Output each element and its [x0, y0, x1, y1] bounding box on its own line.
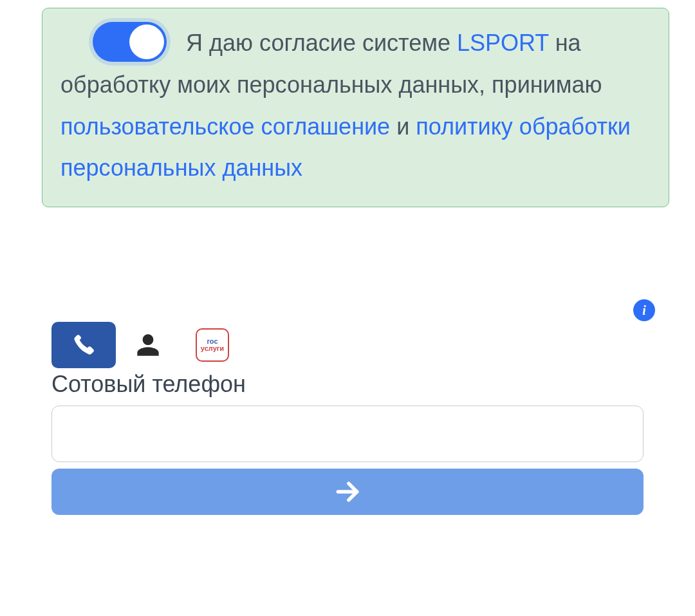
person-icon: [135, 332, 161, 358]
tab-person[interactable]: [116, 322, 180, 368]
tab-gosuslugi[interactable]: гос услуги: [180, 322, 245, 368]
gosuslugi-line2: услуги: [201, 345, 224, 352]
lsport-link[interactable]: LSPORT: [457, 30, 549, 56]
tab-phone[interactable]: [51, 322, 116, 368]
arrow-right-icon: [333, 478, 362, 506]
toggle-wrapper: [93, 22, 167, 62]
toggle-knob: [129, 24, 164, 59]
submit-button[interactable]: [51, 469, 644, 515]
info-glyph: i: [642, 303, 646, 318]
phone-icon: [71, 333, 96, 357]
consent-content: Я даю согласие системе LSPORT на обработ…: [60, 23, 651, 189]
login-tabs: гос услуги: [51, 322, 644, 368]
consent-text-prefix: Я даю согласие системе: [186, 30, 457, 56]
consent-panel: Я даю согласие системе LSPORT на обработ…: [42, 8, 669, 207]
user-agreement-link[interactable]: пользовательское соглашение: [60, 113, 390, 140]
phone-label: Сотовый телефон: [51, 371, 644, 398]
gosuslugi-icon: гос услуги: [196, 328, 229, 362]
consent-toggle[interactable]: [93, 22, 167, 62]
phone-input[interactable]: [51, 406, 644, 462]
consent-text-mid2: и: [390, 113, 416, 140]
login-section: i гос услуги Сотовый телефон: [51, 322, 644, 515]
info-icon[interactable]: i: [633, 299, 655, 321]
